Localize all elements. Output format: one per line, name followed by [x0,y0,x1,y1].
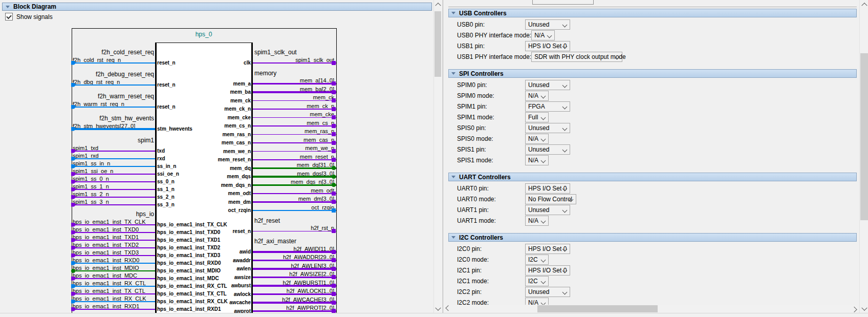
signal-wire [72,128,155,130]
parameter-dropdown[interactable]: N/A [525,216,549,226]
chevron-up-icon [435,3,441,8]
signal-name: hps_io_emac1_inst_TXD2 [73,242,139,248]
dropdown-selected-value: Unused [528,288,549,295]
section-header[interactable]: UART Controllers [448,173,857,181]
parameter-label: UART0 pin: [457,185,525,192]
signal-wire [253,293,336,295]
parameter-dropdown[interactable]: N/A [525,134,549,144]
parameter-dropdown[interactable]: Unused [525,123,570,133]
signal-name: mem_cas_n [254,137,334,143]
hps-parameters-panel: USB ControllersUSB0 pin:UnusedUSB0 PHY i… [444,0,858,305]
dropdown-selected-value: Unused [528,146,549,153]
parameter-row: SPIS1 pin:Unused [444,144,858,155]
parameter-row: I2C1 mode:I2C [444,276,858,286]
parameter-row: UART1 pin:Unused [444,204,858,215]
system-title: hps_0 [72,31,336,38]
scroll-up-button[interactable] [860,0,868,8]
parameter-dropdown[interactable]: Unused [525,205,570,215]
scroll-down-button[interactable] [434,305,442,313]
scrollbar-thumb[interactable] [860,53,868,220]
scrollbar-thumb[interactable] [435,11,441,77]
signal-wire [253,167,336,170]
signal-name: oct_rzqin [254,204,334,210]
signal-wire [253,109,336,110]
section-title: SPI Controllers [459,70,504,77]
port-name: mem_dm [194,199,251,205]
signal-wire [253,285,336,287]
right-pane-vertical-scrollbar[interactable] [859,0,868,313]
collapse-triangle-icon [451,72,455,75]
show-signals-checkbox[interactable]: Show signals [5,13,53,20]
signal-name: mem_ck_n [254,103,334,109]
parameter-dropdown[interactable]: HPS I/O Set 0 [525,244,570,254]
parameter-dropdown[interactable]: HPS I/O Set 0 [525,41,570,51]
parameter-dropdown[interactable]: Full [525,112,549,122]
signal-wire [253,125,336,126]
chevron-down-icon [562,289,568,294]
scroll-left-button[interactable] [444,305,452,312]
parameter-row: UART1 mode:N/A [444,215,858,226]
port-name: rxd [157,156,165,161]
parameter-dropdown[interactable]: FPGA [525,101,570,112]
port-name: reset_n [157,104,176,110]
signal-name: mem_odt [254,187,334,194]
signal-name: spim1_sclk_out [254,57,334,63]
port-name: clk [194,60,251,66]
signal-name: spim1_ssi_oe_n [73,168,114,174]
signal-name: hps_io_emac1_inst_TX_CLK [73,219,145,225]
parameter-dropdown[interactable]: No Flow Control [525,194,576,204]
right-pane-horizontal-scrollbar[interactable] [444,305,858,313]
port-connector-icon [332,132,336,136]
signal-name: spim1_ss_2_n [73,191,109,197]
port-connector-icon [332,175,336,179]
parameter-dropdown[interactable]: Unused [525,19,570,30]
parameter-dropdown[interactable]: SDR with PHY clock output mode [531,52,622,62]
parameter-row: UART0 mode:No Flow Control [444,194,858,204]
dropdown-selected-value: N/A [528,92,538,99]
checkbox-checked-icon[interactable] [5,13,13,20]
section-header[interactable]: SPI Controllers [448,69,857,78]
bottom-horizontal-scrollbar[interactable] [0,313,868,317]
port-name: ssi_oe_n [157,171,179,177]
signal-name: f2h_dbg_rst_req_n [73,79,120,85]
parameter-dropdown[interactable]: Unused [525,80,570,90]
dropdown-selected-value: Unused [528,206,549,214]
parameter-dropdown[interactable]: I2C [525,276,549,286]
signal-name: hps_io_emac1_inst_TXD0 [73,226,139,233]
scroll-right-button[interactable] [850,305,858,312]
port-name: awcache [194,300,251,305]
parameter-dropdown[interactable]: I2C [525,255,549,265]
signal-name: mem_reset_n [254,154,334,160]
parameter-dropdown[interactable]: N/A [531,30,555,40]
port-connector-icon [332,107,336,111]
port-connector-icon [332,229,336,233]
signal-wire [72,62,155,64]
port-name: hps_io_emac1_inst_TX_CLK [157,222,227,227]
section-title: UART Controllers [459,174,511,181]
scroll-down-button[interactable] [860,305,868,313]
parameter-dropdown[interactable]: N/A [525,155,549,165]
signal-wire [253,201,336,203]
section-header[interactable]: I2C Controllers [448,233,857,242]
parameter-dropdown[interactable]: N/A [525,298,549,305]
pane-splitter-highlight [443,0,444,317]
block-diagram-header[interactable]: Block Diagram [2,3,432,11]
parameter-dropdown[interactable]: HPS I/O Set 0 [525,183,570,194]
signal-wire [253,100,336,101]
left-pane-vertical-scrollbar[interactable] [433,0,442,313]
parameter-label: UART0 mode: [457,196,525,203]
parameter-dropdown[interactable]: Unused [525,287,570,297]
section-header[interactable]: USB Controllers [448,9,857,17]
parameter-label: USB1 PHY interface mode: [457,53,531,60]
parameter-row: USB1 pin:HPS I/O Set 0 [444,40,858,51]
scrollbar-thumb[interactable] [537,305,658,312]
scroll-up-button[interactable] [434,0,442,8]
interface-group-label: spim1 [72,137,154,144]
chevron-down-icon [562,125,568,131]
signal-wire [253,83,336,85]
parameter-dropdown[interactable]: HPS I/O Set 0 [525,265,570,276]
signal-wire [253,159,336,160]
parameter-dropdown[interactable]: N/A [525,91,549,101]
parameter-dropdown[interactable]: Unused [525,144,570,155]
signal-wire [72,286,155,287]
